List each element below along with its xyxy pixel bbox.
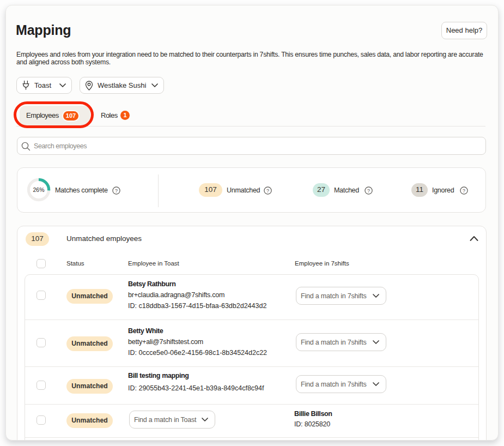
svg-text:?: ?	[115, 188, 118, 194]
svg-text:?: ?	[266, 188, 269, 194]
svg-text:?: ?	[367, 188, 370, 194]
svg-text:26%: 26%	[33, 186, 44, 193]
svg-text:?: ?	[463, 188, 465, 194]
